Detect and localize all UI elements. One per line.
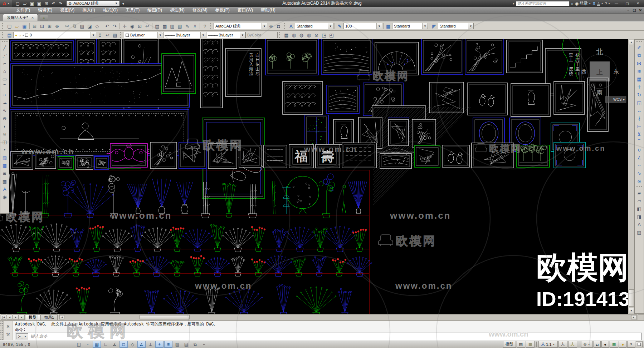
zoom-realtime-icon[interactable]: ◉ xyxy=(128,23,136,30)
layer-states-icon[interactable]: ▧ xyxy=(111,31,119,39)
scroll-right-icon[interactable]: ► xyxy=(631,315,636,319)
last-tab-icon[interactable]: ►| xyxy=(19,314,25,320)
menu-item-2[interactable]: 视图(V) xyxy=(56,7,78,13)
plant-block[interactable] xyxy=(272,181,276,214)
frame-block[interactable] xyxy=(94,156,109,169)
rectangle-icon[interactable]: ▭ xyxy=(1,75,9,83)
plant-block[interactable] xyxy=(8,257,22,276)
plant-block[interactable] xyxy=(170,227,184,252)
text-style-dropdown[interactable]: Standard▼ xyxy=(295,23,333,29)
search-input[interactable]: 键入关键字或短语 xyxy=(516,1,570,6)
help-icon[interactable]: ?▼ xyxy=(605,1,610,6)
frame-block[interactable] xyxy=(421,39,463,74)
toggle-snap-mode[interactable]: ▫ xyxy=(84,341,92,348)
zoom-window-icon[interactable]: ⊡ xyxy=(136,23,143,30)
new-icon[interactable]: ▢ xyxy=(6,23,13,30)
plant-block[interactable] xyxy=(225,289,262,314)
signin-button[interactable]: ◉登录▼ xyxy=(575,0,591,6)
array-icon[interactable]: ▦ xyxy=(635,75,643,83)
copy-icon[interactable]: ⧉ xyxy=(635,51,643,59)
plant-block[interactable] xyxy=(265,255,292,277)
help-icon[interactable]: ? xyxy=(201,23,209,30)
move-icon[interactable]: ✛ xyxy=(635,83,643,91)
menu-item-3[interactable]: 插入(I) xyxy=(78,7,99,13)
text-style-icon[interactable]: A xyxy=(287,23,295,30)
layer-previous-icon[interactable]: ↩ xyxy=(104,31,111,39)
doc-close-button[interactable]: ✕ xyxy=(638,8,643,12)
polygon-icon[interactable]: ⌂ xyxy=(1,67,9,75)
toolbar-grip[interactable] xyxy=(279,32,281,38)
layer-properties-icon[interactable]: ▤ xyxy=(6,31,13,39)
toolbar-grip[interactable] xyxy=(636,186,642,189)
tab-layout1[interactable]: 布局1 xyxy=(40,314,58,320)
stretch-icon[interactable]: ↔ xyxy=(635,106,643,114)
revision-cloud-icon[interactable]: ☁ xyxy=(1,99,9,106)
ellipse-arc-icon[interactable]: ◗ xyxy=(1,122,9,130)
region-icon[interactable]: ◙ xyxy=(1,169,9,177)
frame-block[interactable] xyxy=(162,54,196,94)
toggle-selection-cycling[interactable]: ⧉ xyxy=(191,341,199,348)
block-editor-icon[interactable]: ◇ xyxy=(93,23,101,30)
markup-set-manager-icon[interactable]: ✎ xyxy=(184,23,191,30)
toggle-annotation-monitor[interactable]: ⌖ xyxy=(200,341,208,348)
arc-icon[interactable]: ⌒ xyxy=(1,83,9,91)
plant-block[interactable] xyxy=(323,226,357,252)
plant-block[interactable] xyxy=(190,255,205,276)
menu-item-0[interactable]: 文件(F) xyxy=(12,7,34,13)
bring-to-front-icon[interactable]: ▰ xyxy=(635,189,643,197)
erase-icon[interactable]: ✐ xyxy=(635,44,643,51)
make-block-icon[interactable]: ◫ xyxy=(1,138,9,146)
cut-icon[interactable]: ✂ xyxy=(63,23,71,30)
new-icon[interactable]: ▢ xyxy=(14,0,21,6)
table-style-icon[interactable]: ▦ xyxy=(385,23,392,30)
annotation-scale-button[interactable]: 人1:1▼ xyxy=(538,341,557,348)
quick-calc-icon[interactable]: # xyxy=(191,23,199,30)
horizontal-scrollbar[interactable]: ◄ ► xyxy=(59,314,637,320)
plant-block[interactable] xyxy=(145,290,159,314)
scroll-down-icon[interactable]: ▼ xyxy=(629,308,634,313)
gradient-icon[interactable]: ▩ xyxy=(1,161,9,169)
publish-icon[interactable]: ⊕ xyxy=(53,23,61,30)
table-style-dropdown[interactable]: Standard▼ xyxy=(392,23,428,29)
plant-block[interactable] xyxy=(231,257,245,276)
toggle-dynamic-input[interactable]: + xyxy=(155,341,164,348)
frame-block[interactable] xyxy=(283,81,323,114)
doc-minimize-button[interactable]: – xyxy=(626,8,631,12)
dim-style-dropdown[interactable]: 100▼ xyxy=(343,23,382,29)
chamfer-icon[interactable]: ∠ xyxy=(635,154,643,161)
spline-icon[interactable]: ∿ xyxy=(1,106,9,114)
frame-block[interactable] xyxy=(554,81,585,114)
scroll-left-icon[interactable]: ◄ xyxy=(59,315,64,319)
plant-block[interactable] xyxy=(312,256,326,276)
clean-screen-button[interactable] xyxy=(636,341,643,347)
performance-icon[interactable]: ▦ xyxy=(610,341,618,348)
prev-tab-icon[interactable]: ◄ xyxy=(7,314,13,320)
plot-icon[interactable]: ⊞ xyxy=(46,23,53,30)
file-tab-active[interactable]: 装饰品大全* ✕ xyxy=(3,14,38,21)
command-prompt-chip[interactable]: ≻_▼ xyxy=(16,333,28,339)
layer-dropdown[interactable]: ●☼▪0▼ xyxy=(13,32,96,38)
edge-filter-icon[interactable]: ◍ xyxy=(298,31,305,39)
insert-block-icon[interactable]: ⧈ xyxy=(1,130,9,138)
save-as-icon[interactable]: ▣ xyxy=(36,0,43,6)
frame-block[interactable] xyxy=(511,84,550,116)
toggle-quick-properties[interactable]: ▤ xyxy=(182,341,190,348)
plant-block[interactable] xyxy=(131,224,145,252)
frame-block[interactable] xyxy=(326,85,359,114)
hatch-icon[interactable]: ▨ xyxy=(1,154,9,161)
plant-block[interactable] xyxy=(342,185,346,213)
restore-button[interactable]: ▢ xyxy=(623,1,632,6)
scroll-up-icon[interactable]: ▲ xyxy=(629,40,634,45)
no-filter-icon[interactable]: ⊘ xyxy=(313,31,320,39)
break-icon[interactable]: ⌒ xyxy=(635,138,643,146)
plant-block[interactable] xyxy=(76,287,90,314)
plant-block[interactable] xyxy=(352,229,367,252)
plant-block[interactable] xyxy=(276,284,291,314)
toolbar-grip[interactable] xyxy=(120,32,122,38)
text-to-front-icon[interactable]: A xyxy=(635,220,643,228)
close-button[interactable]: ✕ xyxy=(633,1,643,6)
quick-view-layouts-icon[interactable]: ▤ xyxy=(517,341,525,348)
toggle-polar-tracking[interactable]: ∡ xyxy=(111,341,119,348)
frame-block[interactable] xyxy=(467,83,507,115)
print-icon[interactable]: ⊟ xyxy=(31,23,38,30)
